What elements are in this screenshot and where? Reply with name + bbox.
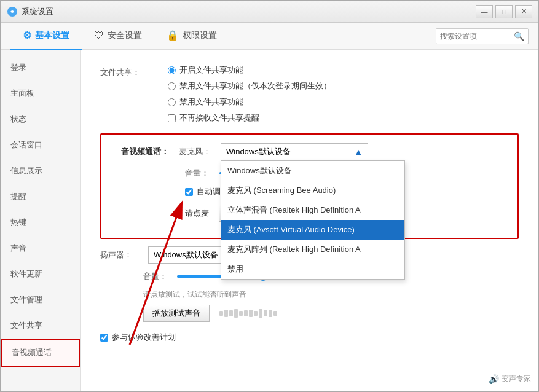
sidebar-item-software-update[interactable]: 软件更新 (1, 261, 80, 287)
play-test-button[interactable]: 播放测试声音 (143, 305, 210, 322)
sidebar-item-login[interactable]: 登录 (1, 55, 80, 80)
mic-dropdown-menu: Windows默认设备 麦克风 (Screaming Bee Audio) 立体… (221, 160, 405, 280)
window-controls: — □ ✕ (476, 5, 532, 18)
speaker-hint: 请点放测试，试试能否听到声音 (143, 289, 519, 300)
radio-disable-session-input[interactable] (168, 82, 176, 90)
play-bar-10 (264, 310, 267, 316)
play-bar-5 (239, 311, 243, 316)
auto-adjust-checkbox[interactable] (185, 188, 193, 196)
play-bar-3 (229, 310, 233, 316)
play-progress-bar (219, 309, 277, 318)
radio-disable-session[interactable]: 禁用文件共享功能（仅本次登录期间生效） (168, 80, 519, 92)
sidebar-item-sound[interactable]: 声音 (1, 235, 80, 261)
lock-icon: 🔒 (167, 29, 179, 41)
sidebar-item-file-mgmt[interactable]: 文件管理 (1, 287, 80, 313)
volume-label: 音量： (185, 168, 210, 179)
sidebar-item-status[interactable]: 状态 (1, 106, 80, 132)
av-section: 音视频通话： 麦克风： Windows默认设备 ▲ Windows默认设备 (100, 133, 519, 239)
mic-option-5[interactable]: 禁用 (221, 259, 404, 279)
window-title: 系统设置 (22, 6, 476, 17)
settings-panel: 文件共享： 开启文件共享功能 禁用文件共享功能（仅本次登录期间生效） (81, 50, 538, 391)
play-bar-8 (254, 311, 258, 316)
search-box[interactable]: 🔍 (436, 28, 529, 44)
mic-test-hint: 请点麦 (185, 208, 209, 219)
play-bar-2 (224, 310, 228, 317)
mic-option-0[interactable]: Windows默认设备 (221, 161, 404, 181)
dropdown-arrow-icon: ▲ (354, 147, 363, 157)
minimize-button[interactable]: — (476, 5, 493, 18)
content: 登录 主面板 状态 会话窗口 信息展示 提醒 热键 声音 软件更新 文件管理 文… (1, 50, 538, 391)
tab-security[interactable]: 🛡 安全设置 (82, 23, 154, 50)
shield-icon: 🛡 (94, 30, 104, 41)
play-bar-7 (249, 310, 253, 317)
tab-bar: ⚙ 基本设置 🛡 安全设置 🔒 权限设置 🔍 (1, 23, 538, 50)
speaker-label: 扬声器： (100, 249, 143, 261)
mic-dropdown[interactable]: Windows默认设备 ▲ (221, 143, 368, 160)
play-bar-1 (219, 311, 223, 316)
sidebar-item-reminder[interactable]: 提醒 (1, 184, 80, 210)
main-window: 系统设置 — □ ✕ ⚙ 基本设置 🛡 安全设置 🔒 权限设置 🔍 (0, 0, 539, 392)
sidebar-item-file-share[interactable]: 文件共享 (1, 313, 80, 339)
mic-dropdown-container: Windows默认设备 ▲ Windows默认设备 麦克风 (Screaming… (221, 143, 368, 160)
mic-option-3-highlighted[interactable]: 麦克风 (Avsoft Virtual Audio Device) (221, 220, 404, 240)
radio-disable-input[interactable] (168, 98, 176, 106)
sidebar: 登录 主面板 状态 会话窗口 信息展示 提醒 热键 声音 软件更新 文件管理 文… (1, 50, 81, 391)
radio-enable[interactable]: 开启文件共享功能 (168, 65, 519, 76)
play-test-row: 播放测试声音 (143, 305, 519, 322)
watermark: 🔊 变声专家 (489, 374, 531, 384)
radio-disable[interactable]: 禁用文件共享功能 (168, 96, 519, 108)
sidebar-item-hotkey[interactable]: 热键 (1, 210, 80, 235)
watermark-logo-icon: 🔊 (489, 374, 499, 384)
tab-permissions[interactable]: 🔒 权限设置 (154, 23, 229, 50)
close-button[interactable]: ✕ (515, 5, 532, 18)
mic-label: 麦克风： (179, 146, 211, 157)
sidebar-item-info-display[interactable]: 信息展示 (1, 158, 80, 184)
play-bar-4 (234, 309, 238, 318)
play-bar-12 (273, 311, 277, 316)
radio-enable-input[interactable] (168, 66, 176, 74)
search-input[interactable] (440, 32, 514, 41)
no-remind-checkbox[interactable] (168, 114, 176, 122)
content-wrapper: 登录 主面板 状态 会话窗口 信息展示 提醒 热键 声音 软件更新 文件管理 文… (1, 50, 538, 391)
mic-option-4[interactable]: 麦克风阵列 (Realtek High Definition A (221, 240, 404, 259)
participate-row[interactable]: 参与体验改善计划 (100, 332, 519, 343)
tab-basic[interactable]: ⚙ 基本设置 (10, 23, 82, 50)
play-bar-11 (269, 310, 272, 317)
file-sharing-label: 文件共享： (100, 65, 168, 78)
maximize-button[interactable]: □ (495, 5, 513, 18)
search-icon: 🔍 (514, 31, 524, 41)
file-sharing-options: 开启文件共享功能 禁用文件共享功能（仅本次登录期间生效） 禁用文件共享功能 (168, 65, 519, 123)
speaker-volume-label: 音量： (143, 271, 167, 282)
app-icon (7, 6, 18, 17)
mic-option-1[interactable]: 麦克风 (Screaming Bee Audio) (221, 181, 404, 200)
sidebar-item-av-call[interactable]: 音视频通话 (1, 339, 80, 367)
gear-icon: ⚙ (23, 29, 31, 41)
sidebar-item-chat-window[interactable]: 会话窗口 (1, 132, 80, 158)
mic-option-2[interactable]: 立体声混音 (Realtek High Definition A (221, 200, 404, 220)
play-bar-6 (244, 310, 248, 316)
participate-label: 参与体验改善计划 (112, 332, 176, 343)
play-bar-9 (259, 309, 262, 318)
titlebar: 系统设置 — □ ✕ (1, 1, 538, 23)
participate-checkbox[interactable] (100, 334, 108, 342)
sidebar-item-dashboard[interactable]: 主面板 (1, 80, 80, 106)
mic-row: 音视频通话： 麦克风： Windows默认设备 ▲ Windows默认设备 (111, 143, 508, 160)
av-title-text: 音视频通话： (121, 146, 169, 157)
file-sharing-section: 文件共享： 开启文件共享功能 禁用文件共享功能（仅本次登录期间生效） (100, 65, 519, 123)
file-sharing-radio-group: 开启文件共享功能 禁用文件共享功能（仅本次登录期间生效） 禁用文件共享功能 (168, 65, 519, 123)
no-remind-checkbox-row[interactable]: 不再接收文件共享提醒 (168, 112, 519, 123)
